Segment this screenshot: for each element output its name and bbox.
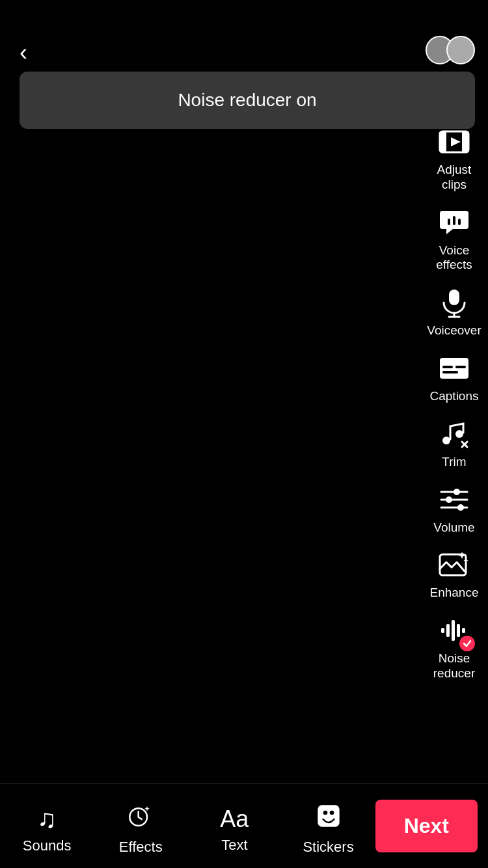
trim-icon [436,416,472,452]
tool-voice-effects[interactable]: Voice effects [428,204,480,273]
svg-rect-2 [462,131,468,152]
svg-rect-11 [442,366,453,368]
tool-volume[interactable]: Volume [428,481,480,536]
stickers-icon [316,803,342,835]
toast-text: Noise reducer on [178,90,316,110]
adjust-clips-icon [436,124,472,160]
svg-rect-7 [449,290,459,305]
svg-rect-26 [446,624,450,637]
svg-rect-12 [455,366,466,368]
main-canvas [0,0,488,868]
tool-volume-label: Volume [433,521,474,536]
text-icon: Aa [220,806,249,833]
tab-text-label: Text [221,837,247,854]
tool-trim-label: Trim [442,455,466,470]
svg-rect-27 [452,620,455,641]
tab-stickers-label: Stickers [303,839,353,856]
svg-point-21 [446,496,452,503]
tab-effects-label: Effects [119,839,163,856]
tool-voiceover-label: Voiceover [427,323,481,338]
tool-voice-effects-label: Voice effects [428,243,480,273]
avatar-2 [446,36,475,64]
volume-icon [436,481,472,518]
svg-rect-5 [453,216,455,225]
svg-marker-3 [451,137,461,146]
svg-point-14 [442,437,450,444]
bottom-tab-bar: ♫ Sounds Effects Aa Text Stickers N [0,783,488,868]
sounds-icon: ♫ [37,804,57,834]
right-sidebar: Adjust clips Voice effects Voiceov [428,124,480,693]
tool-enhance[interactable]: Enhance [428,547,480,601]
svg-rect-29 [462,628,465,633]
tool-voiceover[interactable]: Voiceover [428,284,480,338]
svg-point-32 [323,811,327,815]
tab-stickers[interactable]: Stickers [281,796,375,856]
next-button[interactable]: Next [375,800,478,852]
enhance-icon [436,547,472,583]
tab-effects[interactable]: Effects [94,796,187,856]
back-button[interactable]: ‹ [20,39,27,66]
svg-rect-4 [448,219,450,225]
tool-adjust-clips[interactable]: Adjust clips [428,124,480,193]
toast-notification: Noise reducer on [20,72,475,129]
svg-rect-13 [442,371,458,373]
svg-point-23 [457,504,464,511]
tool-noise-reducer-label: Noise reducer [428,651,480,681]
svg-rect-6 [458,219,461,225]
tool-noise-reducer[interactable]: Noise reducer [428,612,480,681]
svg-point-15 [455,430,463,438]
svg-point-19 [454,489,460,495]
voice-effects-icon [436,204,472,241]
profile-area[interactable] [426,36,475,64]
noise-reducer-icon-wrapper [436,612,472,649]
svg-point-33 [329,811,334,815]
tool-captions-label: Captions [430,389,479,404]
active-badge [459,636,475,651]
captions-icon [436,350,472,387]
svg-rect-25 [441,628,444,633]
tool-trim[interactable]: Trim [428,416,480,470]
svg-rect-28 [457,624,460,637]
tool-adjust-clips-label: Adjust clips [428,163,480,193]
svg-rect-1 [440,131,446,152]
tool-captions[interactable]: Captions [428,350,480,404]
svg-rect-31 [318,805,339,826]
tab-sounds[interactable]: ♫ Sounds [0,798,94,854]
tab-text[interactable]: Aa Text [187,799,281,854]
tab-sounds-label: Sounds [23,837,72,854]
tool-enhance-label: Enhance [429,586,478,601]
voiceover-icon [436,284,472,321]
effects-icon [128,803,154,835]
